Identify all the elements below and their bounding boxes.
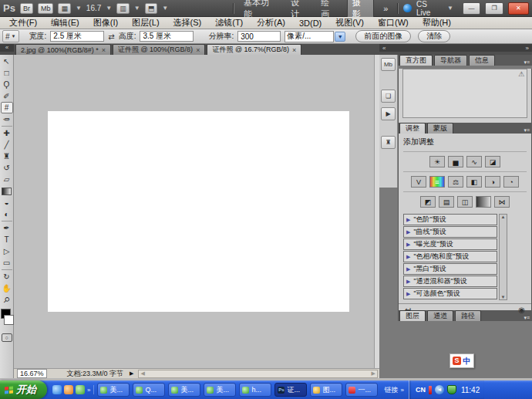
preset-exposure[interactable]: ▶"曝光度"预设 <box>403 238 497 250</box>
quick-launch-icon[interactable] <box>64 385 73 394</box>
minimize-button[interactable]: — <box>463 2 480 15</box>
tool-lasso[interactable]: Ϙ <box>1 79 13 90</box>
document-tab-1[interactable]: 2.jpg @ 100%(RGB/8#) * × <box>15 44 111 55</box>
history-panel-icon[interactable]: ❏ <box>381 90 396 103</box>
tool-zoom[interactable]: ⚲ <box>1 294 13 306</box>
invert-icon[interactable]: ◩ <box>420 196 436 208</box>
task-button-photoshop-active[interactable]: Ps证... <box>274 383 307 397</box>
dock-collapse-icon[interactable]: « <box>382 45 386 52</box>
scroll-left-icon[interactable]: ◀ <box>140 370 144 377</box>
background-color-swatch[interactable] <box>4 315 14 325</box>
menu-filter[interactable]: 滤镜(T) <box>209 16 249 29</box>
panel-menu-icon[interactable]: ▾≡ <box>521 127 532 134</box>
expander-icon[interactable]: ▶ <box>406 242 410 248</box>
tool-type[interactable]: T <box>1 234 13 245</box>
exposure-icon[interactable]: ◪ <box>485 156 500 167</box>
gradient-map-icon[interactable] <box>476 196 491 208</box>
levels-icon[interactable]: ▅ <box>448 156 463 167</box>
status-popup-arrow-icon[interactable]: ▶ <box>130 370 133 377</box>
expander-icon[interactable]: ▶ <box>406 217 410 223</box>
preset-levels[interactable]: ▶"色阶"预设 <box>403 214 497 225</box>
expander-icon[interactable]: ▶ <box>406 229 410 235</box>
tab-channels[interactable]: 通道 <box>427 310 453 321</box>
tab-masks[interactable]: 蒙版 <box>427 123 453 134</box>
clip-to-layer-icon[interactable]: ◉ <box>518 306 525 314</box>
menu-3d[interactable]: 3D(D) <box>293 18 328 29</box>
selective-color-icon[interactable]: ⋈ <box>494 196 510 208</box>
scroll-down-icon[interactable]: ▼ <box>501 295 506 299</box>
restore-button[interactable]: ❐ <box>485 2 503 15</box>
tool-3d-object-rotate[interactable]: ↻ <box>1 271 13 282</box>
tool-spot-healing-brush[interactable]: ✚ <box>1 127 13 139</box>
threshold-icon[interactable]: ◫ <box>457 196 473 208</box>
close-icon[interactable]: × <box>196 46 200 54</box>
tool-history-brush[interactable]: ↺ <box>1 162 13 174</box>
security-shield-icon[interactable] <box>447 385 456 394</box>
preset-scrollbar[interactable]: ▲ ▼ <box>499 214 507 300</box>
tray-back-icon[interactable]: ◄ <box>435 385 444 394</box>
posterize-icon[interactable]: ▤ <box>439 196 454 208</box>
expander-icon[interactable]: ▶ <box>406 279 410 285</box>
color-balance-icon[interactable]: ⚖ <box>448 176 463 188</box>
expander-icon[interactable]: ▶ <box>406 254 410 260</box>
quick-launch-overflow-chevron[interactable]: » <box>87 387 90 394</box>
unit-dropdown-arrow-icon[interactable]: ▼ <box>335 32 345 42</box>
width-field[interactable]: 2.5 厘米 <box>50 31 104 42</box>
preset-channel-mixer[interactable]: ▶"通道混和器"预设 <box>403 276 497 287</box>
tool-clone-stamp[interactable]: ♜ <box>1 150 13 162</box>
expander-icon[interactable]: ▶ <box>406 266 410 272</box>
menu-analysis[interactable]: 分析(A) <box>251 16 291 29</box>
links-overflow-chevron[interactable]: » <box>400 387 403 394</box>
black-white-icon[interactable]: ◧ <box>466 176 482 188</box>
quick-launch-ie-icon[interactable] <box>52 385 62 394</box>
tool-quick-selection[interactable]: ✐ <box>1 90 13 102</box>
task-button-8[interactable]: 一... <box>345 383 378 397</box>
vertical-scrollbar[interactable] <box>374 55 379 368</box>
screen-mode-icon[interactable]: ⬒ <box>145 3 158 14</box>
tab-paths[interactable]: 路径 <box>455 310 481 321</box>
menu-help[interactable]: 帮助(H) <box>416 16 457 29</box>
vibrance-icon[interactable]: V <box>411 176 426 188</box>
resolution-field[interactable]: 300 <box>237 31 281 42</box>
panel-menu-icon[interactable]: ▾≡ <box>521 59 532 66</box>
scroll-right-icon[interactable]: ▶ <box>372 370 375 377</box>
quick-launch-icon[interactable] <box>76 385 85 394</box>
tab-info[interactable]: 信息 <box>469 55 495 66</box>
zoom-level-dropdown[interactable]: 16.7 <box>86 4 101 12</box>
task-button-5[interactable]: h... <box>239 383 271 397</box>
tool-blur[interactable]: ◒ <box>1 197 13 208</box>
ime-badge[interactable]: S 中 <box>450 353 474 368</box>
horizontal-scrollbar[interactable]: ◀ ▶ <box>138 370 378 378</box>
expander-icon[interactable]: ▶ <box>406 291 410 297</box>
tool-hand[interactable]: ✋ <box>1 282 13 294</box>
tool-pen[interactable]: ✒ <box>1 222 13 234</box>
tool-preset-picker[interactable]: # ▼ <box>2 30 19 42</box>
document-tab-3-active[interactable]: 证件照 @ 16.7%(RGB/8) × <box>207 44 301 55</box>
toolbox-collapse-button[interactable]: « <box>0 44 14 52</box>
scroll-up-icon[interactable]: ▲ <box>501 215 506 219</box>
mini-bridge-button[interactable]: Mb <box>38 3 54 14</box>
tab-histogram[interactable]: 直方图 <box>399 55 433 66</box>
hue-saturation-icon[interactable]: ≡ <box>429 176 445 188</box>
tool-crop[interactable]: # <box>1 102 13 113</box>
preset-curves[interactable]: ▶"曲线"预设 <box>403 226 497 238</box>
dock-expand-icon[interactable]: » <box>526 45 529 52</box>
curves-icon[interactable]: ∿ <box>466 156 482 167</box>
menu-edit[interactable]: 编辑(E) <box>45 16 86 29</box>
tool-path-selection[interactable]: ▷ <box>1 245 13 257</box>
swap-dimensions-icon[interactable]: ⇄ <box>108 32 114 41</box>
task-button-4[interactable]: 美... <box>204 383 236 397</box>
menu-select[interactable]: 选择(S) <box>167 16 208 29</box>
close-icon[interactable]: × <box>292 46 296 54</box>
clone-source-panel-icon[interactable]: ♜ <box>381 136 396 149</box>
arrange-documents-icon[interactable]: ▦ <box>58 3 71 14</box>
tab-layers[interactable]: 图层 <box>399 310 426 321</box>
zoom-percent-field[interactable]: 16.67% <box>17 369 47 378</box>
document-tab-2[interactable]: 证件照 @ 100%(RGB/8) × <box>113 44 205 55</box>
links-toolbar[interactable]: 链接 » <box>384 385 403 395</box>
tab-adjustments[interactable]: 调整 <box>399 123 426 134</box>
preset-selective-color[interactable]: ▶"可选颜色"预设 <box>403 288 497 299</box>
bridge-button[interactable]: Br <box>20 3 33 14</box>
mini-bridge-panel-icon[interactable]: Mb <box>381 58 396 71</box>
tab-navigator[interactable]: 导航器 <box>434 55 467 66</box>
